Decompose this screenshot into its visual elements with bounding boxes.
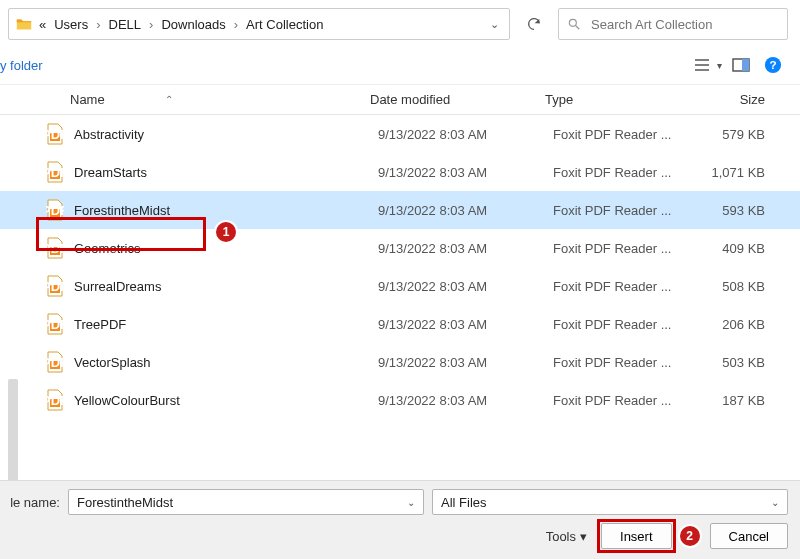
svg-text:PDF: PDF [46,355,64,370]
chevron-down-icon[interactable]: ⌄ [407,497,415,508]
file-row[interactable]: PDFSurrealDreams9/13/2022 8:03 AMFoxit P… [0,267,800,305]
help-icon[interactable]: ? [760,52,786,78]
pdf-file-icon: PDF [46,237,64,259]
file-name: ForestintheMidst [74,203,368,218]
svg-text:PDF: PDF [46,165,64,180]
breadcrumb-part[interactable]: Art Collection [244,15,325,34]
file-size: 206 KB [693,317,783,332]
file-size: 508 KB [693,279,783,294]
file-date: 9/13/2022 8:03 AM [368,241,543,256]
breadcrumb-part[interactable]: DELL [107,15,144,34]
svg-text:PDF: PDF [46,393,64,408]
svg-text:PDF: PDF [46,127,64,142]
file-type: Foxit PDF Reader ... [543,203,693,218]
col-type[interactable]: Type [535,92,685,107]
file-name: SurrealDreams [74,279,368,294]
file-type: Foxit PDF Reader ... [543,127,693,142]
breadcrumb-prefix: « [37,15,48,34]
pdf-file-icon: PDF [46,161,64,183]
file-row[interactable]: PDFGeometrics9/13/2022 8:03 AMFoxit PDF … [0,229,800,267]
file-name: Abstractivity [74,127,368,142]
pdf-file-icon: PDF [46,313,64,335]
svg-text:PDF: PDF [46,317,64,332]
svg-text:PDF: PDF [46,203,64,218]
col-date[interactable]: Date modified [360,92,535,107]
chevron-right-icon: › [232,17,240,32]
pdf-file-icon: PDF [46,351,64,373]
svg-point-0 [569,19,576,26]
view-dropdown-icon[interactable]: ▾ [717,60,722,71]
col-size[interactable]: Size [685,92,775,107]
view-list-icon[interactable] [689,52,715,78]
tools-menu[interactable]: Tools ▾ [546,529,587,544]
svg-text:?: ? [769,58,776,71]
filename-input[interactable]: ForestintheMidst ⌄ [68,489,424,515]
file-name: Geometrics [74,241,368,256]
file-type: Foxit PDF Reader ... [543,317,693,332]
file-row[interactable]: PDFVectorSplash9/13/2022 8:03 AMFoxit PD… [0,343,800,381]
file-size: 593 KB [693,203,783,218]
svg-rect-6 [742,59,749,71]
pdf-file-icon: PDF [46,199,64,221]
filename-label: le name: [0,495,60,510]
file-name: TreePDF [74,317,368,332]
col-name[interactable]: Name [70,92,105,107]
address-bar[interactable]: « Users › DELL › Downloads › Art Collect… [8,8,510,40]
file-row[interactable]: PDFForestintheMidst9/13/2022 8:03 AMFoxi… [0,191,800,229]
annotation-marker: 1 [216,222,236,242]
file-date: 9/13/2022 8:03 AM [368,127,543,142]
search-icon [567,17,581,31]
pdf-file-icon: PDF [46,389,64,411]
column-header[interactable]: Name⌃ Date modified Type Size [0,85,800,115]
svg-text:PDF: PDF [46,241,64,256]
pdf-file-icon: PDF [46,275,64,297]
breadcrumb-part[interactable]: Users [52,15,90,34]
file-date: 9/13/2022 8:03 AM [368,393,543,408]
file-name: VectorSplash [74,355,368,370]
file-type: Foxit PDF Reader ... [543,241,693,256]
chevron-right-icon: › [147,17,155,32]
filetype-filter[interactable]: All Files ⌄ [432,489,788,515]
file-row[interactable]: PDFDreamStarts9/13/2022 8:03 AMFoxit PDF… [0,153,800,191]
cancel-button[interactable]: Cancel [710,523,788,549]
preview-pane-icon[interactable] [728,52,754,78]
pdf-file-icon: PDF [46,123,64,145]
dialog-footer: le name: ForestintheMidst ⌄ All Files ⌄ … [0,480,800,559]
file-type: Foxit PDF Reader ... [543,165,693,180]
file-row[interactable]: PDFYellowColourBurst9/13/2022 8:03 AMFox… [0,381,800,419]
file-date: 9/13/2022 8:03 AM [368,355,543,370]
file-type: Foxit PDF Reader ... [543,393,693,408]
search-input[interactable] [589,16,779,33]
insert-button[interactable]: Insert [601,523,672,549]
new-folder-button[interactable]: y folder [0,58,43,73]
svg-text:PDF: PDF [46,279,64,294]
file-type: Foxit PDF Reader ... [543,355,693,370]
file-name: DreamStarts [74,165,368,180]
svg-line-1 [576,26,580,30]
file-size: 409 KB [693,241,783,256]
file-date: 9/13/2022 8:03 AM [368,317,543,332]
sort-asc-icon: ⌃ [165,94,173,105]
file-size: 1,071 KB [693,165,783,180]
search-box[interactable] [558,8,788,40]
file-name: YellowColourBurst [74,393,368,408]
refresh-button[interactable] [518,8,550,40]
file-list: PDFAbstractivity9/13/2022 8:03 AMFoxit P… [0,115,800,419]
chevron-down-icon[interactable]: ⌄ [771,497,779,508]
file-date: 9/13/2022 8:03 AM [368,203,543,218]
file-date: 9/13/2022 8:03 AM [368,279,543,294]
breadcrumb-part[interactable]: Downloads [159,15,227,34]
file-size: 187 KB [693,393,783,408]
file-size: 503 KB [693,355,783,370]
folder-icon [15,15,33,33]
chevron-down-icon[interactable]: ⌄ [486,18,503,31]
chevron-down-icon: ▾ [580,529,587,544]
file-date: 9/13/2022 8:03 AM [368,165,543,180]
file-type: Foxit PDF Reader ... [543,279,693,294]
file-row[interactable]: PDFAbstractivity9/13/2022 8:03 AMFoxit P… [0,115,800,153]
file-row[interactable]: PDFTreePDF9/13/2022 8:03 AMFoxit PDF Rea… [0,305,800,343]
annotation-marker: 2 [680,526,700,546]
chevron-right-icon: › [94,17,102,32]
file-size: 579 KB [693,127,783,142]
